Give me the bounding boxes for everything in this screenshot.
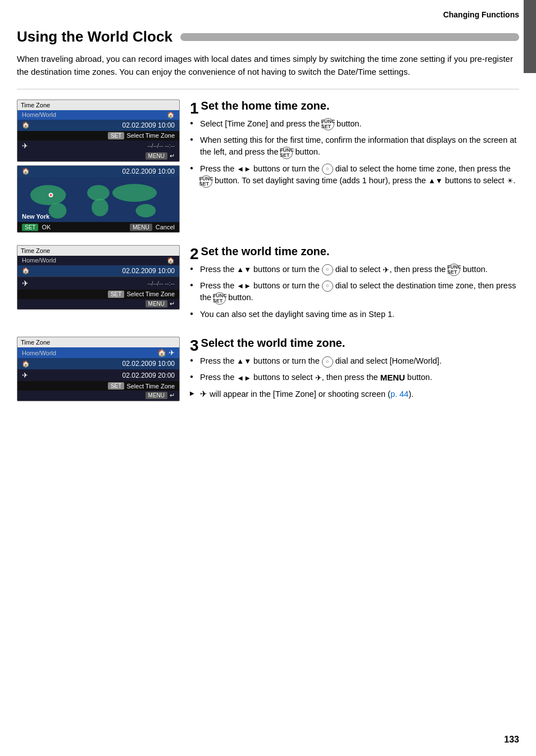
ss3-world-datetime: 02.02.2009 20:00 bbox=[122, 372, 175, 379]
step-2-number: 2 bbox=[190, 246, 199, 262]
step-3-bullets: Press the ▲▼ buttons or turn the ○ dial … bbox=[190, 355, 519, 400]
ss3-world-row: ✈ 02.02.2009 20:00 bbox=[17, 369, 179, 381]
ss-menu-btn: MENU bbox=[146, 152, 167, 160]
ss3-home-world-row: Home/World 🏠 ✈ bbox=[17, 347, 179, 358]
dial-icon-3: ○ bbox=[322, 280, 333, 292]
svg-point-5 bbox=[112, 184, 157, 202]
ss-map-area: New York bbox=[17, 177, 179, 222]
ss-menu-back: ↵ bbox=[170, 152, 175, 160]
ss3-menu-back: ↵ bbox=[170, 392, 175, 399]
ss3-set-row: SET Select Time Zone bbox=[17, 381, 179, 391]
ss3-set-btn: SET bbox=[108, 382, 124, 390]
step-3-heading: Select the world time zone. bbox=[201, 337, 519, 350]
step-3-row: Time Zone Home/World 🏠 ✈ 🏠 02.02.2009 10… bbox=[17, 337, 519, 404]
ss3-home-world-label: Home/World bbox=[22, 350, 56, 356]
ss2-set-btn: SET bbox=[108, 291, 124, 298]
func-set-icon-3: FUNCSET bbox=[200, 175, 212, 188]
ss-ok-section: SET OK bbox=[22, 224, 51, 230]
step-1-screenshots: Time Zone Home/World 🏠 🏠 02.02.2009 10:0… bbox=[17, 99, 180, 233]
ss-ok-set: SET bbox=[22, 224, 38, 231]
ss2-set-label: Select Time Zone bbox=[126, 291, 175, 297]
ss-home-world-label: Home/World bbox=[22, 111, 56, 118]
ss2-home-icon: 🏠 bbox=[167, 257, 175, 264]
ss-city-label: New York bbox=[22, 213, 49, 220]
ss3-title: Time Zone bbox=[17, 337, 179, 347]
ss3-bottom-bar: MENU ↵ bbox=[17, 391, 179, 401]
menu-text-icon: MENU bbox=[380, 373, 405, 382]
step-1-heading: Set the home time zone. bbox=[201, 99, 519, 112]
step-3-screenshots: Time Zone Home/World 🏠 ✈ 🏠 02.02.2009 10… bbox=[17, 337, 180, 401]
ss3-home-row: 🏠 02.02.2009 10:00 bbox=[17, 358, 179, 369]
step-1-instructions: 1 Set the home time zone. Select [Time Z… bbox=[190, 99, 519, 192]
ss3-menu-btn: MENU bbox=[146, 392, 167, 399]
ss-world-empty-row: ✈ --/--/-- --:-- bbox=[17, 141, 179, 151]
ss-world-icon: ✈ bbox=[22, 142, 28, 150]
func-set-icon-5: FUNCSET bbox=[214, 292, 226, 305]
steps-container: Time Zone Home/World 🏠 🏠 02.02.2009 10:0… bbox=[17, 99, 519, 417]
dial-icon-4: ○ bbox=[322, 356, 333, 368]
ss-home-datetime: 02.02.2009 10:00 bbox=[122, 121, 175, 129]
svg-point-4 bbox=[92, 198, 108, 216]
world-icon-2: ✈ bbox=[315, 373, 322, 382]
ss2-home-datetime: 02.02.2009 10:00 bbox=[122, 267, 175, 275]
step-1-bullet-1: Select [Time Zone] and press the FUNCSET… bbox=[190, 118, 519, 130]
world-icon-1: ✈ bbox=[383, 265, 389, 274]
page-number: 133 bbox=[504, 735, 519, 745]
step-2-screenshots: Time Zone Home/World 🏠 🏠 02.02.2009 10:0… bbox=[17, 245, 180, 310]
svg-point-2 bbox=[49, 202, 67, 218]
step-1-heading-row: 1 Set the home time zone. bbox=[190, 99, 519, 112]
ss2-bottom-bar: MENU ↵ bbox=[17, 299, 179, 309]
step-2-bullet-3: You can also set the daylight saving tim… bbox=[190, 309, 519, 321]
step-3-bullet-1: Press the ▲▼ buttons or turn the ○ dial … bbox=[190, 355, 519, 368]
ss-set-label: Select Time Zone bbox=[126, 132, 175, 139]
ss-home-house: 🏠 bbox=[22, 121, 30, 129]
section-tab bbox=[524, 0, 536, 73]
ss-home-row: 🏠 02.02.2009 10:00 bbox=[17, 120, 179, 131]
arrow-ud-icon-3: ▲▼ bbox=[237, 357, 251, 366]
arrow-ud-icon-1: ▲▼ bbox=[428, 177, 443, 185]
intro-paragraph: When traveling abroad, you can record im… bbox=[17, 52, 519, 79]
page-title-text: Using the World Clock bbox=[17, 28, 172, 46]
airplane-icon: ✈ bbox=[200, 390, 207, 399]
content-divider bbox=[17, 89, 519, 89]
dial-icon-2: ○ bbox=[322, 264, 333, 275]
ss-map-home-row: 🏠 02.02.2009 10:00 bbox=[17, 166, 179, 177]
ss-set-row: SET Select Time Zone bbox=[17, 131, 179, 141]
arrow-ud-icon-2: ▲▼ bbox=[237, 265, 251, 274]
arrow-lr-icon-3: ◄► bbox=[237, 374, 251, 382]
ss2-house: 🏠 bbox=[22, 267, 30, 274]
step-3-instructions: 3 Select the world time zone. Press the … bbox=[190, 337, 519, 404]
ss-ok-cancel: SET OK MENU Cancel bbox=[17, 222, 179, 232]
page-header: Changing Functions bbox=[0, 0, 536, 22]
screenshot-timezone-basic: Time Zone Home/World 🏠 🏠 02.02.2009 10:0… bbox=[17, 99, 180, 162]
ss-map-home-icon: 🏠 bbox=[22, 168, 30, 175]
ss-world-dash: --/--/-- --:-- bbox=[147, 142, 175, 149]
step-1-bullets: Select [Time Zone] and press the FUNCSET… bbox=[190, 118, 519, 188]
dial-icon-1: ○ bbox=[322, 164, 333, 175]
ss-home-icon: 🏠 bbox=[167, 111, 175, 119]
screenshot-timezone-world: Time Zone Home/World 🏠 🏠 02.02.2009 10:0… bbox=[17, 245, 180, 310]
ss3-world-icon: ✈ bbox=[22, 371, 28, 379]
step-3-bullet-2: Press the ◄► buttons to select ✈, then p… bbox=[190, 372, 519, 384]
func-set-icon-2: FUNCSET bbox=[280, 147, 293, 159]
main-content: Using the World Clock When traveling abr… bbox=[0, 22, 536, 428]
page-ref-link[interactable]: p. 44 bbox=[390, 390, 408, 399]
step-1-number: 1 bbox=[190, 101, 199, 116]
step-2-bullets: Press the ▲▼ buttons or turn the ○ dial … bbox=[190, 264, 519, 321]
step-2-instructions: 2 Set the world time zone. Press the ▲▼ … bbox=[190, 245, 519, 325]
title-bar-decoration bbox=[180, 33, 519, 41]
ss3-home-icon: 🏠 bbox=[22, 360, 30, 368]
header-title: Changing Functions bbox=[443, 10, 519, 19]
ss3-home-icons: 🏠 ✈ bbox=[157, 348, 175, 357]
ss3-home-datetime: 02.02.2009 10:00 bbox=[122, 360, 175, 368]
ss2-world-row: ✈ --/--/-- --:-- bbox=[17, 277, 179, 289]
func-set-icon-4: FUNCSET bbox=[448, 264, 460, 276]
svg-point-1 bbox=[30, 185, 66, 205]
svg-point-8 bbox=[50, 194, 52, 196]
svg-point-6 bbox=[136, 203, 156, 217]
step-2-row: Time Zone Home/World 🏠 🏠 02.02.2009 10:0… bbox=[17, 245, 519, 325]
func-set-icon-1: FUNCSET bbox=[322, 118, 334, 130]
step-2-heading-row: 2 Set the world time zone. bbox=[190, 245, 519, 258]
ss-cancel-label: Cancel bbox=[156, 224, 175, 230]
page-title-row: Using the World Clock bbox=[17, 28, 519, 46]
